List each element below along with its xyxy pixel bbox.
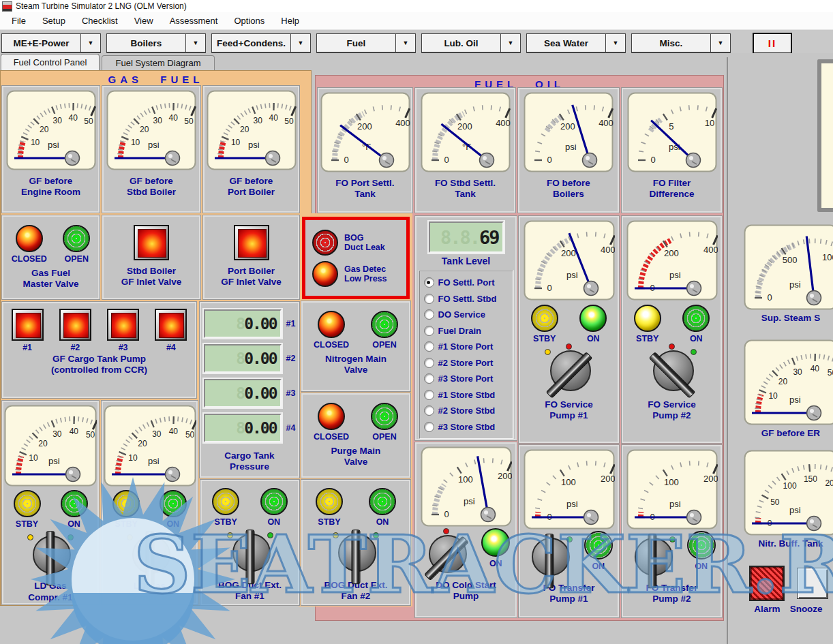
pause-icon: II — [768, 37, 776, 49]
cargo-pump-button-2[interactable] — [59, 309, 91, 341]
caption: Gas FuelMaster Valve — [3, 268, 98, 290]
p_svc1-switch[interactable] — [543, 343, 595, 402]
menu-help[interactable]: Help — [275, 14, 305, 27]
cargo-pump-button-3[interactable] — [107, 309, 139, 341]
p_docold-switch[interactable] — [422, 528, 471, 584]
svg-text:20: 20 — [778, 377, 788, 386]
radio-option-fuel-drain[interactable]: Fuel Drain — [424, 324, 509, 338]
p_ld1-switch[interactable] — [26, 529, 75, 583]
lamp-label: ON — [695, 562, 708, 571]
caption-line: Compr. #1 — [3, 592, 97, 603]
tab-fuel-control-panel[interactable]: Fuel Control Panel — [1, 54, 100, 70]
toolbar-dropdown-1[interactable]: ▼ — [186, 33, 206, 53]
chevron-down-icon: ▼ — [508, 40, 514, 46]
radio-option--3-store-stbd[interactable]: #3 Store Stbd — [424, 420, 509, 434]
gauge-unit: psi — [789, 279, 801, 290]
svg-text:200: 200 — [560, 248, 575, 258]
pause-button[interactable]: II — [753, 33, 792, 54]
svg-text:0: 0 — [547, 283, 551, 293]
svg-text:0: 0 — [444, 155, 449, 165]
radio-option-fo-settl-port[interactable]: FO Settl. Port — [424, 275, 509, 290]
toolbar-dropdown-4[interactable]: ▼ — [501, 33, 521, 53]
radio-option--1-store-stbd[interactable]: #1 Store Stbd — [424, 388, 509, 402]
switch-position-dot — [545, 349, 551, 355]
menu-assessment[interactable]: Assessment — [164, 14, 224, 27]
caption: Tank Level — [416, 256, 515, 267]
toolbar-group: Boilers▼ — [106, 33, 206, 51]
switch-handle — [352, 530, 361, 584]
toolbar-dropdown-0[interactable]: ▼ — [81, 33, 101, 53]
closed-lamp — [318, 403, 345, 430]
caption-line: GF before ER — [739, 428, 833, 439]
lamp-label: CLOSED — [314, 432, 349, 442]
radio-option-do-service[interactable]: DO Service — [424, 307, 509, 322]
svg-text:50: 50 — [184, 117, 194, 126]
menu-options[interactable]: Options — [228, 14, 271, 27]
on-lamp — [579, 305, 607, 332]
p_tr1-switch[interactable] — [525, 531, 574, 587]
p_fo1-gauge-wrap: 0200400°F — [320, 92, 410, 172]
caption-line: Boilers — [519, 189, 618, 200]
toolbar-button-misc-[interactable]: Misc. — [631, 33, 711, 53]
closed-lamp — [318, 311, 345, 338]
toolbar-button-me-e-power[interactable]: ME+E-Power — [1, 33, 81, 53]
tab-bar: Fuel Control PanelFuel System Diagram — [0, 53, 833, 70]
closed-lamp — [16, 225, 43, 252]
window-title: Steam Turbine Simulator 2 LNG (OLM Versi… — [16, 1, 187, 11]
digital-display: 80.00 — [204, 309, 282, 338]
radio-option-fo-settl-stbd[interactable]: FO Settl. Stbd — [424, 292, 509, 306]
p_valve3-button[interactable] — [234, 225, 269, 260]
button-label: #1 — [22, 343, 32, 352]
caption-line: Tank — [319, 189, 411, 200]
radio-option--2-store-port[interactable]: #2 Store Port — [424, 356, 509, 370]
radio-option--1-store-port[interactable]: #1 Store Port — [424, 339, 509, 354]
alarm-row: BOGDuct Leak — [312, 230, 385, 256]
menu-view[interactable]: View — [128, 14, 160, 27]
cargo-pump-button-1[interactable] — [12, 309, 44, 341]
gauge-unit: psi — [148, 456, 160, 466]
switch-position-dot — [691, 349, 697, 355]
cargo-pump-button-4[interactable] — [155, 309, 187, 341]
radio-option--2-store-stbd[interactable]: #2 Store Stbd — [424, 403, 509, 418]
switch-position-dot — [373, 532, 379, 538]
caption-line: Pump #1 — [520, 410, 618, 421]
alarm-button[interactable] — [749, 566, 785, 601]
p_g1-gauge-wrap: 1020304050psi — [6, 90, 96, 170]
p_svc2-switch[interactable] — [646, 343, 698, 402]
toolbar-button-sea-water[interactable]: Sea Water — [526, 33, 606, 53]
radio-circle — [424, 390, 434, 400]
p_tr2-switch[interactable] — [628, 531, 677, 587]
p_fan2-switch[interactable] — [331, 527, 380, 583]
toolbar-dropdown-3[interactable]: ▼ — [396, 33, 416, 53]
menu-file[interactable]: File — [5, 14, 32, 27]
p_nitr-gauge: 050100150200psi — [744, 450, 833, 536]
panel-bog-duct-ext-fan-2: STBYONBOG Duct Ext.Fan #2 — [301, 480, 410, 605]
toolbar-button-fuel[interactable]: Fuel — [316, 33, 396, 53]
menu-checklist[interactable]: Checklist — [76, 14, 124, 27]
panel-cargo-tank-pressure: 80.00#180.00#280.00#380.00#4Cargo TankPr… — [200, 302, 299, 478]
panel-ld-gas-compr-2: 1020304050psiSTBYONLD GasCompr. #2 — [102, 401, 198, 604]
toolbar-button-feed-condens-[interactable]: Feed+Condens. — [211, 33, 291, 53]
toolbar-button-boilers[interactable]: Boilers — [106, 33, 186, 53]
svg-text:200: 200 — [825, 478, 833, 488]
p_g3-gauge: 1020304050psi — [207, 90, 297, 170]
radio-option--3-store-port[interactable]: #3 Store Port — [424, 371, 509, 386]
p_valve2-button[interactable] — [134, 225, 169, 260]
pressure-display-row: 80.00#4 — [204, 414, 296, 442]
p_fan1-switch[interactable] — [226, 527, 275, 583]
toolbar-button-lub-oil[interactable]: Lub. Oil — [421, 33, 501, 53]
toolbar-dropdown-6[interactable]: ▼ — [711, 33, 731, 53]
svg-text:0: 0 — [444, 509, 449, 519]
p_sup-gauge: 05001000psi — [744, 224, 833, 310]
tab-fuel-system-diagram[interactable]: Fuel System Diagram — [102, 55, 215, 70]
toolbar-dropdown-5[interactable]: ▼ — [606, 33, 626, 53]
snooze-button[interactable] — [797, 568, 828, 599]
toolbar-group: Lub. Oil▼ — [421, 33, 521, 51]
toolbar-group: ME+E-Power▼ — [1, 33, 101, 51]
menu-setup[interactable]: Setup — [36, 14, 72, 27]
stby-lamp — [14, 490, 41, 517]
caption-line: Pressure — [201, 461, 298, 472]
toolbar-dropdown-2[interactable]: ▼ — [291, 33, 311, 53]
display-ghost-digits: 8 — [236, 384, 244, 402]
p_ld2-switch[interactable] — [125, 529, 175, 583]
